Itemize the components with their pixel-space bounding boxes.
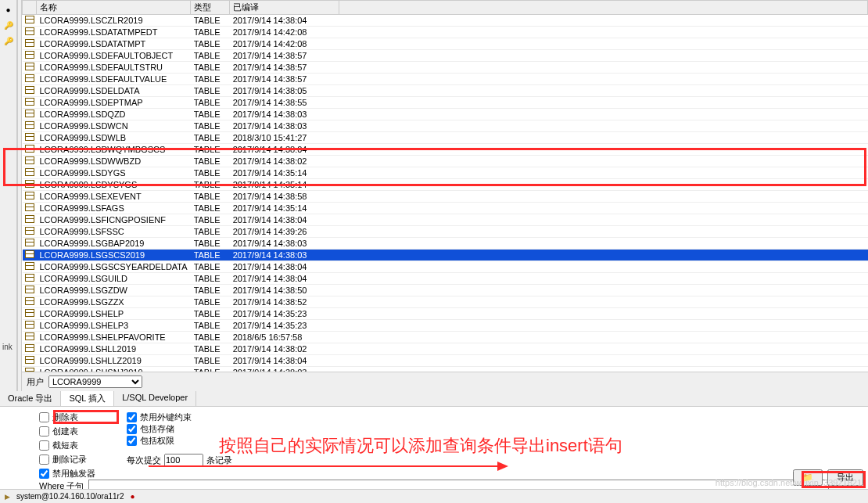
cell-type: TABLE — [191, 15, 230, 27]
tool-dot-icon[interactable]: ● — [2, 3, 15, 16]
cell-date: 2018/3/10 15:41:27 — [230, 132, 339, 144]
cell-date: 2017/9/14 14:38:57 — [230, 74, 339, 85]
table-row[interactable]: LCORA9999.LSHLLZ2019TABLE2017/9/14 14:38… — [23, 355, 868, 367]
table-row[interactable]: LCORA9999.LSDQZDTABLE2017/9/14 14:38:03 — [23, 109, 868, 120]
option-删除表[interactable]: 删除表 — [39, 411, 95, 423]
table-row[interactable]: LCORA9999.LSGUILDTABLE2017/9/14 14:38:04 — [23, 273, 868, 285]
table-icon — [25, 156, 34, 164]
cell-date: 2017/9/14 14:35:23 — [230, 308, 339, 320]
cell-name: LCORA9999.LSHELPFAVORITE — [37, 332, 191, 343]
link-tab[interactable]: ink — [2, 343, 13, 351]
table-row[interactable]: LCORA9999.LSDYGSTABLE2017/9/14 14:35:14 — [23, 167, 868, 179]
cell-date: 2017/9/14 14:39:26 — [230, 226, 339, 238]
option-创建表[interactable]: 创建表 — [39, 426, 95, 437]
table-row[interactable]: LCORA9999.LSEXEVENTTABLE2017/9/14 14:38:… — [23, 191, 868, 203]
cell-date: 2017/9/14 14:38:04 — [230, 15, 339, 27]
tool-key2-icon[interactable]: 🔑 — [2, 34, 15, 47]
cell-date: 2017/9/14 14:35:14 — [230, 167, 339, 179]
tool-key-icon[interactable]: 🔑 — [2, 19, 15, 31]
status-text: system@10.24.160.10/ora11r2 — [16, 492, 124, 501]
table-row[interactable]: LCORA9999.LSDEFAULTSTRUTABLE2017/9/14 14… — [23, 62, 868, 74]
option-包括存储[interactable]: 包括存储 — [127, 423, 232, 435]
cell-name: LCORA9999.LSEXEVENT — [37, 191, 191, 203]
cell-name: LCORA9999.LSGZDW — [37, 285, 191, 296]
cell-date: 2017/9/14 14:38:04 — [230, 273, 339, 285]
table-row[interactable]: LCORA9999.LSDEFAULTOBJECTTABLE2017/9/14 … — [23, 50, 868, 62]
status-bar: ▶ system@10.24.160.10/ora11r2 ● — [0, 489, 868, 503]
table-row[interactable]: LCORA9999.LSGZZXTABLE2017/9/14 14:38:52 — [23, 296, 868, 308]
cell-type: TABLE — [191, 109, 230, 120]
left-toolbar: ● 🔑 🔑 — [0, 0, 17, 391]
table-row[interactable]: LCORA9999.LSCZLR2019TABLE2017/9/14 14:38… — [23, 15, 868, 27]
table-row[interactable]: LCORA9999.LSDWQYMBGSCSTABLE2017/9/14 14:… — [23, 144, 868, 156]
option-包括权限[interactable]: 包括权限 — [127, 435, 232, 447]
table-icon — [25, 74, 34, 82]
table-row[interactable]: LCORA9999.LSFICNGPOSIENFTABLE2017/9/14 1… — [23, 214, 868, 226]
cell-date: 2017/9/14 14:42:08 — [230, 38, 339, 50]
cell-type: TABLE — [191, 308, 230, 320]
table-row[interactable]: LCORA9999.LSGSCSYEARDELDATATABLE2017/9/1… — [23, 261, 868, 273]
tab-oracle-export[interactable]: Oracle 导出 — [0, 391, 61, 406]
tab-sql-insert[interactable]: SQL 插入 — [61, 391, 114, 406]
table-row[interactable]: LCORA9999.LSHLL2019TABLE2017/9/14 14:38:… — [23, 343, 868, 355]
cell-date: 2018/6/5 16:57:58 — [230, 332, 339, 343]
table-icon — [25, 356, 34, 364]
table-icon — [25, 121, 34, 129]
table-row[interactable]: LCORA9999.LSFAGSTABLE2017/9/14 14:35:14 — [23, 203, 868, 214]
option-禁用外键约束[interactable]: 禁用外键约束 — [127, 411, 232, 423]
table-icon — [25, 321, 34, 329]
table-icon — [25, 133, 34, 141]
table-row[interactable]: LCORA9999.LSDATATMPTTABLE2017/9/14 14:42… — [23, 38, 868, 50]
cell-date: 2017/9/14 14:38:03 — [230, 120, 339, 132]
table-row[interactable]: LCORA9999.LSHELPTABLE2017/9/14 14:35:23 — [23, 308, 868, 320]
col-type[interactable]: 类型 — [191, 1, 230, 15]
col-date[interactable]: 已编译 — [230, 1, 339, 15]
cell-date: 2017/9/14 14:38:57 — [230, 62, 339, 74]
cell-type: TABLE — [191, 285, 230, 296]
table-row[interactable]: LCORA9999.LSGZDWTABLE2017/9/14 14:38:50 — [23, 285, 868, 296]
cell-date: 2017/9/14 14:38:04 — [230, 144, 339, 156]
table-row[interactable]: LCORA9999.LSDELDATATABLE2017/9/14 14:38:… — [23, 85, 868, 97]
table-row[interactable]: LCORA9999.LSDWCNTABLE2017/9/14 14:38:03 — [23, 120, 868, 132]
table-row[interactable]: LCORA9999.LSDEFAULTVALUETABLE2017/9/14 1… — [23, 74, 868, 85]
cell-date: 2017/9/14 14:35:14 — [230, 179, 339, 191]
cell-type: TABLE — [191, 167, 230, 179]
option-截短表[interactable]: 截短表 — [39, 440, 95, 451]
table-icon — [25, 39, 34, 47]
cell-date: 2017/9/14 14:38:58 — [230, 191, 339, 203]
table-icon — [25, 215, 34, 223]
cell-date: 2017/9/14 14:38:50 — [230, 285, 339, 296]
object-table[interactable]: 名称 类型 已编译 LCORA9999.LSCZLR2019TABLE2017/… — [22, 0, 868, 372]
triangle-icon: ▶ — [5, 493, 10, 501]
tab-plsql-dev[interactable]: L/SQL Developer — [114, 391, 196, 406]
table-row[interactable]: LCORA9999.LSGBAP2019TABLE2017/9/14 14:38… — [23, 238, 868, 250]
table-row[interactable]: LCORA9999.LSFSSCTABLE2017/9/14 14:39:26 — [23, 226, 868, 238]
table-row[interactable]: LCORA9999.LSHELPFAVORITETABLE2018/6/5 16… — [23, 332, 868, 343]
cell-name: LCORA9999.LSDQZD — [37, 109, 191, 120]
table-icon — [25, 180, 34, 188]
cell-type: TABLE — [191, 50, 230, 62]
user-select[interactable]: LCORA9999 — [48, 375, 142, 388]
col-name[interactable]: 名称 — [37, 1, 191, 15]
cell-type: TABLE — [191, 62, 230, 74]
table-row[interactable]: LCORA9999.LSDWWBZDTABLE2017/9/14 14:38:0… — [23, 156, 868, 167]
cell-date: 2017/9/14 14:35:14 — [230, 203, 339, 214]
table-row[interactable]: LCORA9999.LSDEPTMAPTABLE2017/9/14 14:38:… — [23, 97, 868, 109]
table-row[interactable]: LCORA9999.LSDYSYGSTABLE2017/9/14 14:35:1… — [23, 179, 868, 191]
option-删除记录[interactable]: 删除记录 — [39, 454, 95, 465]
cell-type: TABLE — [191, 250, 230, 261]
cell-name: LCORA9999.LSDWQYMBGSCS — [37, 144, 191, 156]
cell-name: LCORA9999.LSDWCN — [37, 120, 191, 132]
cell-type: TABLE — [191, 355, 230, 367]
table-icon — [25, 63, 34, 70]
table-icon — [25, 192, 34, 199]
table-row[interactable]: LCORA9999.LSGSCS2019TABLE2017/9/14 14:38… — [23, 250, 868, 261]
table-row[interactable]: LCORA9999.LSDWLBTABLE2018/3/10 15:41:27 — [23, 132, 868, 144]
table-icon — [25, 297, 34, 305]
table-row[interactable]: LCORA9999.LSDATATMPEDTTABLE2017/9/14 14:… — [23, 27, 868, 38]
table-icon — [25, 344, 34, 352]
option-禁用触发器[interactable]: 禁用触发器 — [39, 468, 95, 480]
cell-type: TABLE — [191, 120, 230, 132]
table-row[interactable]: LCORA9999.LSHELP3TABLE2017/9/14 14:35:23 — [23, 320, 868, 332]
cell-name: LCORA9999.LSDYSYGS — [37, 179, 191, 191]
